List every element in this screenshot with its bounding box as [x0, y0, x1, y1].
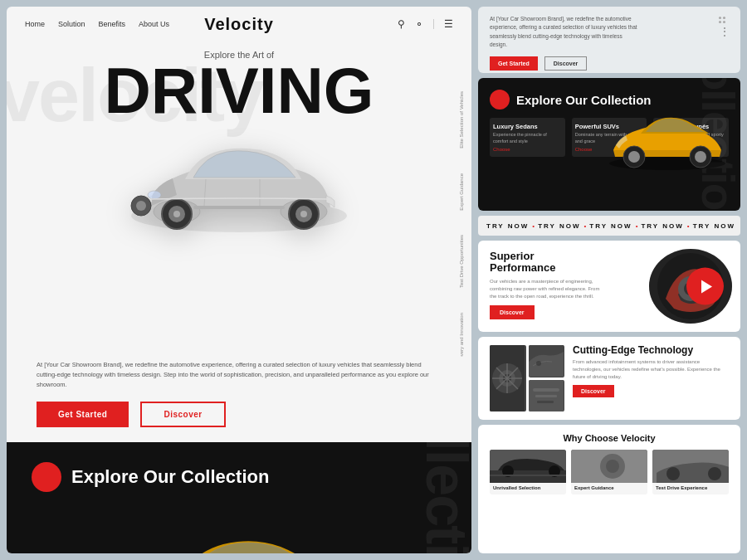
side-label-1: Elite Selection of Vehicles	[459, 91, 465, 149]
cut-img-tall	[490, 345, 526, 411]
play-button[interactable]	[686, 268, 724, 305]
dark-car-preview	[601, 107, 734, 173]
top-get-started-button[interactable]: Get Started	[490, 56, 538, 71]
side-label-4: Discovery and Innovation	[459, 313, 465, 357]
cutting-title: Cutting-Edge Technology	[573, 345, 729, 356]
svg-rect-44	[533, 388, 559, 392]
top-right-buttons: Get Started Discover	[490, 56, 729, 71]
why-card-img-1	[490, 450, 566, 483]
nav-links: Home Solution Benefits About Us	[25, 20, 169, 28]
try-now-text: TRY NOW	[486, 222, 529, 230]
dark-collection-card: Collection Explore Our Collection	[478, 78, 740, 211]
svg-point-26	[628, 151, 640, 163]
top-right-card: ⋮ At [Your Car Showroom Brand], we redef…	[478, 7, 740, 73]
bullet-4: •	[687, 222, 690, 230]
why-title: Why Choose Velocity	[490, 433, 729, 443]
svg-rect-51	[490, 475, 566, 476]
side-label-2: Expert Guidance	[459, 173, 465, 211]
why-card-label-1: Unrivalled Selection	[490, 483, 566, 494]
play-icon	[701, 280, 712, 293]
try-now-text-4: TRY NOW	[641, 222, 683, 230]
cta-buttons: Get Started Discover	[37, 402, 442, 427]
top-right-description: At [Your Car Showroom Brand], we redefin…	[490, 15, 639, 50]
performance-description: Our vehicles are a masterpiece of engine…	[490, 278, 606, 300]
why-card-label-3: Test Drive Experience	[652, 483, 729, 494]
cutting-section: Cutting-Edge Technology From advanced in…	[478, 337, 740, 420]
svg-point-9	[148, 191, 161, 199]
dark-accent-dot	[490, 90, 510, 110]
cutting-discover-button[interactable]: Discover	[573, 385, 614, 397]
svg-point-57	[708, 467, 721, 480]
discover-button[interactable]: Discover	[140, 402, 225, 427]
why-grid: Unrivalled Selection Expert Guidance	[490, 450, 729, 494]
category-sedans-title: Luxury Sedans	[493, 123, 562, 130]
svg-rect-10	[193, 206, 285, 209]
nav-actions: ⚲ ⚬ ☰	[398, 18, 453, 30]
hero-section: velocity Explore the Art of DRIVING	[7, 41, 471, 357]
side-labels: Elite Selection of Vehicles Expert Guida…	[459, 91, 465, 357]
nav-benefits[interactable]: Benefits	[99, 20, 126, 28]
collection-header: Explore Our Collection	[32, 462, 447, 492]
why-card-img-3	[652, 450, 729, 483]
bullet-1: •	[532, 222, 535, 230]
svg-rect-45	[535, 395, 557, 397]
category-sedans-desc: Experience the pinnacle of comfort and s…	[493, 132, 562, 144]
brand-logo: Velocity	[204, 15, 274, 34]
collection-title: Explore Our Collection	[71, 467, 269, 487]
svg-point-54	[606, 460, 619, 473]
collection-section: Collection Explore Our Collection	[7, 442, 471, 553]
bullet-3: •	[636, 222, 638, 230]
cutting-images	[490, 345, 564, 411]
right-panel: ⋮ At [Your Car Showroom Brand], we redef…	[478, 7, 740, 553]
svg-rect-46	[537, 401, 554, 403]
hero-car-image	[98, 108, 380, 274]
svg-point-42	[536, 361, 541, 366]
nav-solution[interactable]: Solution	[58, 20, 85, 28]
nav-about[interactable]: About Us	[139, 20, 169, 28]
left-panel: Home Solution Benefits About Us Velocity…	[7, 7, 471, 553]
menu-icon[interactable]: ☰	[444, 18, 453, 30]
try-now-banner: TRY NOW • TRY NOW • TRY NOW • TRY NOW • …	[478, 216, 740, 236]
cut-img-top-right	[529, 345, 565, 377]
nav-divider	[433, 19, 434, 29]
why-card-guidance: Expert Guidance	[571, 450, 647, 494]
more-options-icon[interactable]: ⋮	[719, 25, 730, 38]
try-now-text-5: TRY NOW	[693, 222, 735, 230]
collection-car-image	[115, 522, 364, 553]
try-now-text-3: TRY NOW	[589, 222, 632, 230]
why-card-test-drive: Test Drive Experience	[652, 450, 729, 494]
svg-point-56	[666, 467, 680, 480]
decorative-dots: ⋮	[719, 17, 730, 38]
collection-accent-dot	[32, 462, 61, 492]
why-card-selection: Unrivalled Selection	[490, 450, 566, 494]
svg-point-12	[136, 201, 146, 211]
user-icon[interactable]: ⚬	[415, 18, 423, 30]
svg-point-5	[173, 211, 180, 217]
performance-title: Superior Performance	[490, 251, 589, 275]
category-sedans: Luxury Sedans Experience the pinnacle of…	[490, 118, 565, 157]
navigation: Home Solution Benefits About Us Velocity…	[7, 7, 471, 41]
hero-description: At [Your Car Showroom Brand], we redefin…	[37, 360, 442, 390]
bullet-2: •	[584, 222, 587, 230]
nav-home[interactable]: Home	[25, 20, 45, 28]
side-label-3: Test Drive Opportunities	[459, 235, 465, 288]
try-now-text-2: TRY NOW	[538, 222, 580, 230]
top-discover-button[interactable]: Discover	[544, 56, 588, 71]
svg-point-8	[300, 211, 307, 217]
category-sedans-link[interactable]: Choose	[493, 147, 562, 152]
why-card-img-2	[571, 450, 647, 483]
performance-section: Superior Performance Our vehicles are a …	[478, 241, 740, 332]
why-card-label-2: Expert Guidance	[571, 483, 647, 494]
performance-discover-button[interactable]: Discover	[490, 305, 535, 319]
cutting-description: From advanced infotainment systems to dr…	[573, 358, 729, 381]
search-icon[interactable]: ⚲	[398, 18, 405, 30]
cutting-content: Cutting-Edge Technology From advanced in…	[573, 345, 729, 411]
cut-img-bottom-right	[529, 380, 565, 412]
get-started-button[interactable]: Get Started	[37, 402, 129, 427]
svg-point-28	[695, 151, 706, 163]
collection-watermark: Collection	[413, 442, 471, 553]
why-section: Why Choose Velocity Unrivalled Selection	[478, 425, 740, 553]
